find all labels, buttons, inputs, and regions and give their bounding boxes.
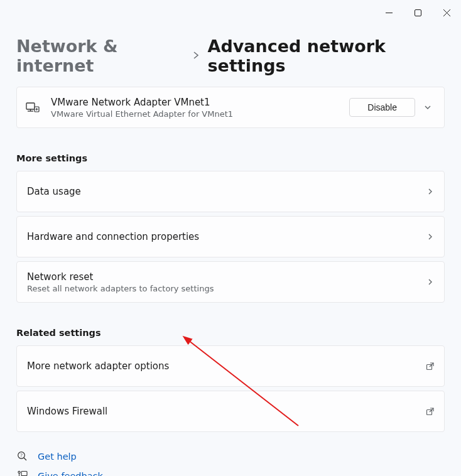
network-reset-row[interactable]: Network reset Reset all network adapters…: [16, 261, 445, 303]
adapter-title: VMware Network Adapter VMnet1: [51, 97, 349, 108]
external-link-icon: [426, 362, 434, 371]
breadcrumb: Network & internet Advanced network sett…: [16, 36, 445, 75]
more-settings-header: More settings: [16, 153, 445, 163]
svg-rect-19: [21, 472, 27, 476]
svg-point-17: [18, 471, 19, 473]
footer-links: ? Get help Give feedback: [16, 451, 445, 476]
chevron-right-icon: [193, 50, 199, 62]
data-usage-label: Data usage: [27, 186, 426, 197]
svg-rect-1: [415, 9, 421, 16]
related-settings-header: Related settings: [16, 328, 445, 338]
adapter-subtitle: VMware Virtual Ethernet Adapter for VMne…: [51, 109, 349, 119]
close-icon: [443, 9, 450, 16]
more-adapter-options-label: More network adapter options: [27, 360, 426, 372]
get-help-link[interactable]: ? Get help: [16, 451, 445, 462]
windows-firewall-label: Windows Firewall: [27, 406, 426, 417]
expand-chevron-icon[interactable]: [420, 103, 435, 112]
minimize-button[interactable]: [374, 3, 403, 22]
help-icon: ?: [16, 451, 28, 462]
get-help-label: Get help: [38, 452, 77, 462]
close-button[interactable]: [432, 3, 461, 22]
give-feedback-link[interactable]: Give feedback: [16, 470, 445, 476]
hardware-properties-label: Hardware and connection properties: [27, 231, 426, 242]
give-feedback-label: Give feedback: [38, 471, 103, 477]
hardware-properties-row[interactable]: Hardware and connection properties: [16, 216, 445, 257]
breadcrumb-parent[interactable]: Network & internet: [16, 36, 184, 75]
feedback-icon: [16, 470, 28, 476]
external-link-icon: [426, 408, 434, 416]
chevron-right-icon: [426, 233, 434, 241]
chevron-right-icon: [426, 278, 434, 286]
network-reset-label: Network reset: [27, 271, 426, 283]
disable-button[interactable]: Disable: [349, 98, 415, 117]
maximize-icon: [415, 9, 421, 16]
maximize-button[interactable]: [403, 3, 432, 22]
windows-firewall-row[interactable]: Windows Firewall: [16, 391, 445, 432]
more-adapter-options-row[interactable]: More network adapter options: [16, 345, 445, 387]
network-reset-sub: Reset all network adapters to factory se…: [27, 284, 426, 293]
svg-line-16: [24, 458, 26, 460]
window-titlebar: [0, 0, 461, 25]
minimize-icon: [386, 9, 393, 16]
chevron-right-icon: [426, 188, 434, 195]
page-title: Advanced network settings: [208, 36, 445, 75]
svg-text:?: ?: [20, 453, 23, 458]
adapter-card: VMware Network Adapter VMnet1 VMware Vir…: [16, 87, 445, 128]
data-usage-row[interactable]: Data usage: [16, 171, 445, 212]
svg-rect-4: [26, 103, 35, 109]
network-adapter-icon: [26, 101, 51, 114]
